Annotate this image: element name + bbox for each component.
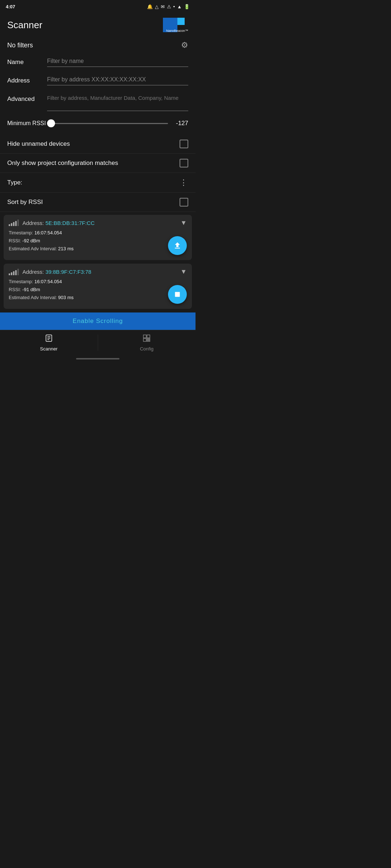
filter-section: No filters ⚙ Name Address Advanced Minim…	[0, 37, 196, 127]
bar3	[13, 271, 14, 275]
device-header-left-2: Address: 39:8B:9F:C7:F3:78	[9, 269, 91, 275]
adv-interval-row-2: Estimated Adv Interval: 903 ms	[9, 294, 187, 302]
device-header-1: Address: 5E:BB:DB:31:7F:CC ▼	[9, 219, 187, 227]
device-detail-1: Timestamp: 16:07:54.054 RSSI: -92 dBm Es…	[9, 229, 187, 253]
advanced-input[interactable]	[47, 93, 188, 111]
sort-rssi-label: Sort by RSSI	[7, 199, 180, 206]
device-detail-2: Timestamp: 16:07:54.054 RSSI: -91 dBm Es…	[9, 278, 187, 302]
timestamp-row-1: Timestamp: 16:07:54.054	[9, 229, 187, 237]
rssi-slider[interactable]	[47, 123, 168, 124]
status-bar: 4:07 🔔 △ ✉ ⚠ • ▲ 🔋	[0, 0, 196, 13]
filter-header: No filters ⚙	[7, 41, 188, 50]
adv-interval-row-1: Estimated Adv Interval: 213 ms	[9, 245, 187, 253]
svg-rect-9	[149, 339, 150, 340]
minimum-rssi-row: Minimum RSSI -127	[7, 120, 188, 127]
status-time: 4:07	[6, 4, 15, 9]
bar2	[11, 272, 12, 275]
address-input-wrap	[47, 74, 188, 85]
nanobeacon-logo: NanoBeacon™	[163, 17, 188, 33]
drive-icon: △	[155, 4, 159, 9]
hide-unnamed-row: Hide unnamed devices	[0, 135, 196, 154]
minimum-rssi-label: Minimum RSSI	[7, 120, 47, 127]
device-address-2: Address: 39:8B:9F:C7:F3:78	[22, 269, 91, 275]
project-matches-label: Only show project configuration matches	[7, 159, 180, 167]
filter-title: No filters	[7, 42, 33, 49]
svg-rect-6	[147, 335, 150, 338]
warning-icon: ⚠	[167, 4, 171, 9]
battery-icon: 🔋	[184, 4, 190, 9]
address-label-1: Address:	[22, 220, 45, 226]
name-input-wrap	[47, 56, 188, 67]
bottom-nav: Scanner Config	[0, 330, 196, 355]
device-address-1: Address: 5E:BB:DB:31:7F:CC	[22, 220, 94, 226]
mail-icon: ✉	[161, 4, 165, 9]
expand-icon-1[interactable]: ▼	[180, 219, 187, 227]
filter-sliders-icon[interactable]: ⚙	[181, 41, 188, 50]
upload-fab-button[interactable]	[168, 236, 187, 255]
dot-icon: •	[173, 4, 175, 9]
address-filter-row: Address	[7, 74, 188, 85]
address-label-2: Address:	[22, 269, 45, 275]
svg-rect-0	[175, 292, 180, 297]
device-header-left-1: Address: 5E:BB:DB:31:7F:CC	[9, 220, 94, 226]
rssi-slider-wrap: -127	[47, 120, 188, 127]
config-nav-label: Config	[140, 346, 154, 352]
bar5	[17, 220, 19, 226]
bar3	[13, 222, 14, 226]
expand-icon-2[interactable]: ▼	[180, 268, 187, 276]
rssi-row-2: RSSI: -91 dBm	[9, 286, 187, 294]
svg-rect-11	[149, 340, 150, 341]
rssi-value: -127	[172, 120, 188, 127]
status-icons: 🔔 △ ✉ ⚠ • ▲ 🔋	[147, 4, 190, 9]
type-menu-icon[interactable]: ⋮	[180, 178, 188, 187]
sort-rssi-row: Sort by RSSI	[0, 193, 196, 212]
bar2	[11, 223, 12, 226]
device-card-2: Address: 39:8B:9F:C7:F3:78 ▼ Timestamp: …	[4, 264, 192, 309]
scanner-nav-label: Scanner	[40, 346, 58, 352]
type-label: Type:	[7, 179, 22, 186]
notification-icon: 🔔	[147, 4, 153, 9]
wifi-icon: ▲	[177, 4, 182, 9]
home-indicator	[0, 355, 196, 362]
address-input[interactable]	[47, 74, 188, 85]
project-matches-checkbox[interactable]	[180, 159, 188, 167]
stop-fab-button[interactable]	[168, 285, 187, 304]
device-card: Address: 5E:BB:DB:31:7F:CC ▼ Timestamp: …	[4, 215, 192, 260]
advanced-input-wrap	[47, 93, 188, 112]
bar5	[17, 269, 19, 275]
timestamp-row-2: Timestamp: 16:07:54.054	[9, 278, 187, 286]
nav-config[interactable]: Config	[98, 330, 196, 355]
project-matches-row: Only show project configuration matches	[0, 154, 196, 173]
nav-scanner[interactable]: Scanner	[0, 330, 98, 355]
address-label: Address	[7, 74, 47, 84]
hide-unnamed-checkbox[interactable]	[180, 140, 188, 148]
advanced-filter-row: Advanced	[7, 93, 188, 112]
devices-section: Address: 5E:BB:DB:31:7F:CC ▼ Timestamp: …	[4, 215, 192, 309]
bar4	[15, 270, 17, 275]
type-row: Type: ⋮	[0, 173, 196, 193]
app-header: Scanner NanoBeacon™	[0, 13, 196, 37]
svg-rect-8	[147, 339, 148, 340]
sort-rssi-checkbox[interactable]	[180, 198, 188, 207]
scanner-nav-icon	[45, 334, 53, 345]
enable-scrolling-bar[interactable]: Enable Scrolling	[0, 312, 196, 330]
name-input[interactable]	[47, 56, 188, 67]
app-title: Scanner	[7, 20, 42, 31]
bar4	[15, 221, 17, 226]
signal-bars-1	[9, 220, 19, 226]
logo-text: NanoBeacon™	[166, 29, 188, 33]
svg-rect-10	[147, 340, 148, 341]
name-label: Name	[7, 56, 47, 66]
rssi-row-1: RSSI: -92 dBm	[9, 237, 187, 245]
home-bar	[76, 358, 119, 359]
signal-bars-2	[9, 269, 19, 275]
svg-rect-7	[143, 339, 146, 341]
enable-scrolling-text: Enable Scrolling	[73, 318, 123, 324]
bar1	[9, 224, 10, 226]
logo-light-square	[177, 18, 185, 25]
svg-rect-5	[143, 335, 146, 338]
advanced-label: Advanced	[7, 93, 47, 103]
bar1	[9, 273, 10, 275]
hide-unnamed-label: Hide unnamed devices	[7, 140, 180, 148]
name-filter-row: Name	[7, 56, 188, 67]
